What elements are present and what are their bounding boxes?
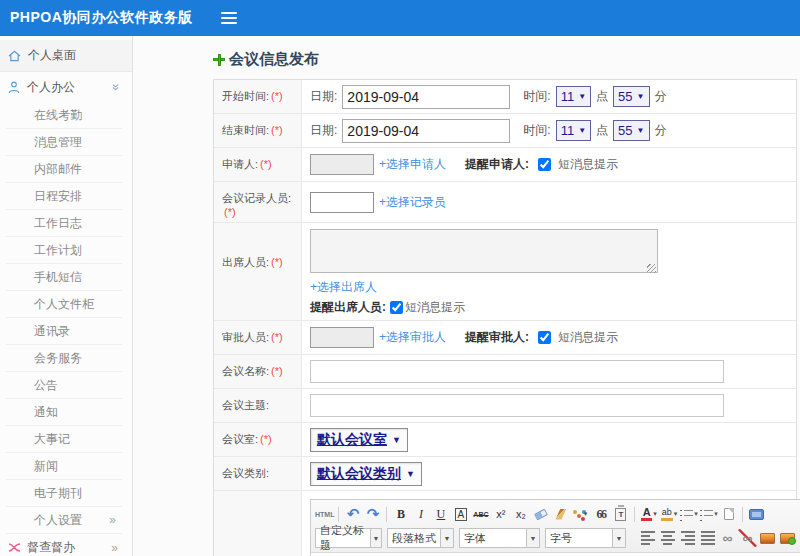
- choose-applicant-link[interactable]: +选择申请人: [379, 156, 446, 173]
- sidebar-item-sms[interactable]: 手机短信: [6, 264, 122, 291]
- bold-icon[interactable]: B: [391, 505, 410, 523]
- sidebar-item-announcement[interactable]: 公告: [6, 372, 122, 399]
- dropdown-arrow-icon[interactable]: ▾: [694, 510, 698, 518]
- main-content: 会议信息发布 开始时间:(*) 日期: 时间: 11▼ 点 55▼ 分 结束时间…: [133, 36, 800, 556]
- sidebar-item-e-journal[interactable]: 电子期刊: [6, 480, 122, 507]
- dropdown-arrow-icon[interactable]: ▾: [653, 510, 657, 518]
- approver-input[interactable]: [310, 327, 374, 348]
- superscript-icon[interactable]: x²: [491, 505, 510, 523]
- sidebar-item-work-log[interactable]: 工作日志: [6, 210, 122, 237]
- underline-icon[interactable]: U: [431, 505, 450, 523]
- heading-combo[interactable]: 自定义标题▼: [315, 528, 382, 548]
- image-icon[interactable]: [760, 533, 775, 544]
- auto-typeset-icon[interactable]: ▾: [571, 505, 590, 523]
- sidebar-item-label: 个人办公: [27, 79, 75, 96]
- date-label: 日期:: [310, 88, 337, 105]
- row-approver: 审批人员:(*) +选择审批人 提醒审批人: 短消息提示: [214, 321, 796, 355]
- attendees-sms-checkbox[interactable]: [390, 301, 403, 314]
- new-page-icon[interactable]: [724, 508, 734, 520]
- format-brush-icon[interactable]: [555, 509, 566, 520]
- start-hour-select[interactable]: 11▼: [556, 86, 591, 107]
- sms-label: 短消息提示: [558, 156, 618, 173]
- sidebar-item-memorabilia[interactable]: 大事记: [6, 426, 122, 453]
- highlight-color-icon[interactable]: ab▾: [659, 505, 678, 523]
- italic-icon[interactable]: I: [411, 505, 430, 523]
- undo-icon[interactable]: ↶: [343, 505, 362, 523]
- sidebar-item-notice[interactable]: 通知: [6, 399, 122, 426]
- paragraph-combo[interactable]: 段落格式▼: [387, 528, 454, 548]
- supervise-shuffle-icon: [8, 542, 21, 553]
- required-mark: (*): [260, 433, 272, 445]
- hamburger-menu-icon[interactable]: [221, 12, 237, 24]
- dropdown-arrow-icon[interactable]: ▾: [674, 510, 678, 518]
- meeting-subject-input[interactable]: [310, 394, 724, 417]
- applicant-input[interactable]: [310, 154, 374, 175]
- unlink-icon[interactable]: ∞: [738, 529, 757, 547]
- sidebar-item-desktop[interactable]: 个人桌面: [0, 40, 132, 72]
- choose-attendees-link[interactable]: +选择出席人: [310, 279, 377, 296]
- subscript-icon[interactable]: x₂: [511, 505, 530, 523]
- recorder-input[interactable]: [310, 192, 374, 213]
- dropdown-arrow-icon[interactable]: ▼: [612, 529, 625, 547]
- size-combo[interactable]: 字号▼: [545, 528, 626, 548]
- sidebar-item-office[interactable]: 个人办公 »: [0, 72, 132, 102]
- font-border-icon[interactable]: A: [455, 508, 468, 521]
- sidebar-item-internal-mail[interactable]: 内部邮件: [6, 156, 122, 183]
- sidebar-item-contacts[interactable]: 通讯录: [6, 318, 122, 345]
- applicant-sms-checkbox[interactable]: [538, 158, 551, 171]
- sidebar-item-work-plan[interactable]: 工作计划: [6, 237, 122, 264]
- sidebar-item-messages[interactable]: 消息管理: [6, 129, 122, 156]
- redo-icon[interactable]: ↷: [363, 505, 382, 523]
- row-recorder: 会议记录人员:(*) +选择记录员: [214, 182, 796, 223]
- dropdown-arrow-icon[interactable]: ▼: [440, 529, 453, 547]
- choose-recorder-link[interactable]: +选择记录员: [379, 194, 446, 211]
- font-combo[interactable]: 字体▼: [459, 528, 540, 548]
- dropdown-arrow-icon[interactable]: ▼: [526, 529, 539, 547]
- end-minute-select[interactable]: 55▼: [613, 120, 649, 141]
- fullscreen-icon[interactable]: [749, 509, 764, 520]
- link-icon[interactable]: ∞: [718, 529, 737, 547]
- hour-unit: 点: [596, 88, 608, 105]
- insert-image-icon[interactable]: [780, 533, 795, 544]
- meeting-name-input[interactable]: [310, 360, 724, 383]
- sidebar-item-supervision[interactable]: 督查督办 »: [0, 534, 132, 556]
- sidebar-item-personal-settings[interactable]: 个人设置 »: [6, 507, 122, 534]
- row-end-time: 结束时间:(*) 日期: 时间: 11▼ 点 55▼ 分: [214, 114, 796, 148]
- sidebar-item-meeting-service[interactable]: 会务服务: [6, 345, 122, 372]
- start-date-input[interactable]: [342, 85, 510, 109]
- ordered-list-icon[interactable]: ▾: [679, 505, 698, 523]
- sidebar-item-file-cabinet[interactable]: 个人文件柜: [6, 291, 122, 318]
- unordered-list-icon[interactable]: ▾: [699, 505, 718, 523]
- paste-text-icon[interactable]: T: [615, 508, 626, 521]
- sidebar-item-schedule[interactable]: 日程安排: [6, 183, 122, 210]
- eraser-icon[interactable]: [534, 508, 548, 520]
- sidebar-item-news[interactable]: 新闻: [6, 453, 122, 480]
- field-label: 会议记录人员:: [222, 192, 291, 204]
- strikethrough-icon[interactable]: ABC: [471, 505, 490, 523]
- attendees-textarea[interactable]: [310, 229, 658, 273]
- dropdown-arrow-icon: ▼: [578, 126, 586, 135]
- sms-label: 短消息提示: [558, 329, 618, 346]
- field-label: 申请人:: [222, 158, 258, 170]
- end-date-input[interactable]: [342, 119, 510, 143]
- align-right-icon[interactable]: [681, 531, 695, 545]
- align-left-icon[interactable]: [641, 531, 655, 545]
- approver-sms-checkbox[interactable]: [538, 331, 551, 344]
- align-center-icon[interactable]: [661, 531, 675, 545]
- blockquote-icon[interactable]: 66: [591, 505, 610, 523]
- dropdown-arrow-icon[interactable]: ▾: [584, 510, 588, 518]
- app-title: PHPOA协同办公软件政务版: [10, 9, 193, 27]
- html-source-icon[interactable]: HTML: [315, 505, 334, 523]
- choose-approver-link[interactable]: +选择审批人: [379, 329, 446, 346]
- dropdown-arrow-icon[interactable]: ▼: [370, 529, 381, 547]
- meeting-room-select[interactable]: 默认会议室▼: [310, 428, 408, 452]
- end-hour-select[interactable]: 11▼: [556, 120, 591, 141]
- start-minute-select[interactable]: 55▼: [613, 86, 649, 107]
- required-mark: (*): [271, 90, 283, 102]
- minute-unit: 分: [655, 88, 667, 105]
- meeting-category-select[interactable]: 默认会议类别▼: [310, 462, 422, 486]
- sidebar-item-attendance[interactable]: 在线考勤: [6, 102, 122, 129]
- align-justify-icon[interactable]: [701, 531, 715, 545]
- font-color-icon[interactable]: A▾: [639, 505, 658, 523]
- dropdown-arrow-icon[interactable]: ▾: [714, 510, 718, 518]
